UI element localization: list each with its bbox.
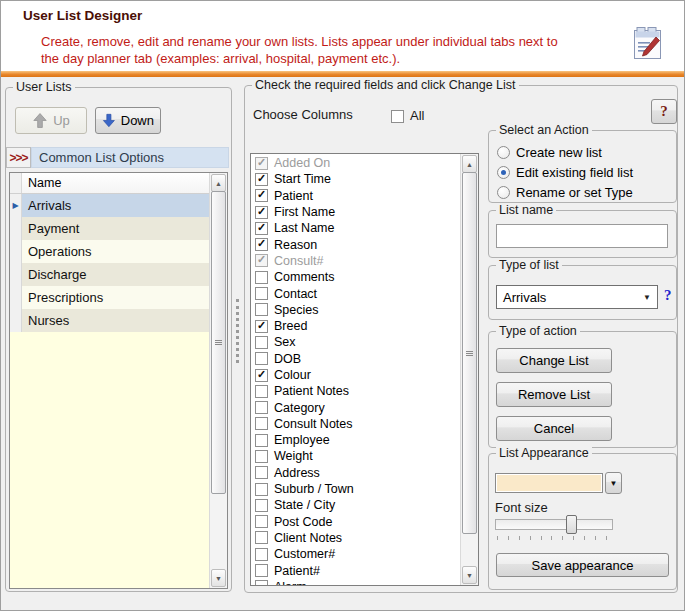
type-of-list-help[interactable]: ? (664, 287, 672, 304)
column-item[interactable]: Start Time (251, 171, 461, 187)
action-radio-option[interactable]: Rename or set Type (489, 182, 676, 202)
column-item[interactable]: Customer# (251, 546, 461, 562)
panel-splitter[interactable] (236, 299, 239, 363)
column-item[interactable]: Contact (251, 285, 461, 301)
type-of-list-select[interactable]: Arrivals ▼ (496, 285, 658, 309)
table-row[interactable]: Operations (10, 240, 210, 263)
color-dropdown-button[interactable]: ▼ (605, 472, 622, 494)
column-checkbox[interactable] (255, 580, 268, 586)
column-item[interactable]: Breed (251, 318, 461, 334)
font-size-slider-thumb[interactable] (566, 515, 577, 534)
column-checkbox[interactable] (255, 369, 268, 382)
radio-icon[interactable] (497, 186, 510, 199)
column-item[interactable]: Consult# (251, 253, 461, 269)
action-radio-option[interactable]: Create new list (489, 142, 676, 162)
column-checkbox[interactable] (255, 238, 268, 251)
list-row-label: Nurses (22, 313, 69, 328)
column-label: Comments (274, 270, 334, 284)
common-options-expander[interactable]: >>> (6, 147, 31, 168)
table-row[interactable]: ▶Arrivals (10, 194, 210, 217)
column-item[interactable]: DOB (251, 351, 461, 367)
column-checkbox[interactable] (255, 450, 268, 463)
column-item[interactable]: Post Code (251, 514, 461, 530)
table-row[interactable]: Prescriptions (10, 286, 210, 309)
column-checkbox[interactable] (255, 483, 268, 496)
column-checkbox[interactable] (255, 531, 268, 544)
column-checkbox[interactable] (255, 173, 268, 186)
radio-icon[interactable] (497, 146, 510, 159)
column-item[interactable]: Colour (251, 367, 461, 383)
all-checkbox[interactable] (391, 110, 404, 123)
column-checkbox[interactable] (255, 385, 268, 398)
radio-icon[interactable] (497, 166, 510, 179)
column-checkbox[interactable] (255, 320, 268, 333)
column-item[interactable]: Patient (251, 188, 461, 204)
column-item[interactable]: Client Notes (251, 530, 461, 546)
list-name-input[interactable] (496, 224, 668, 248)
table-row[interactable]: Payment (10, 217, 210, 240)
column-checkbox[interactable] (255, 206, 268, 219)
move-up-button[interactable]: Up (15, 107, 87, 134)
column-item[interactable]: Last Name (251, 220, 461, 236)
header-description: Create, remove, edit and rename your own… (41, 34, 626, 67)
column-item[interactable]: Alarm (251, 579, 461, 586)
column-item[interactable]: Weight (251, 448, 461, 464)
column-item[interactable]: State / City (251, 497, 461, 513)
tick-mark (595, 536, 596, 540)
table-row[interactable]: Nurses (10, 309, 210, 332)
column-checkbox[interactable] (255, 303, 268, 316)
column-item[interactable]: Patient Notes (251, 383, 461, 399)
column-item[interactable]: Comments (251, 269, 461, 285)
font-size-slider[interactable] (495, 519, 613, 530)
scroll-up-icon[interactable]: ▲ (211, 174, 226, 192)
common-list-options-bar[interactable]: Common List Options (31, 147, 229, 168)
move-down-button[interactable]: Down (95, 107, 161, 134)
change-list-button[interactable]: Change List (496, 348, 612, 373)
column-checkbox[interactable] (255, 336, 268, 349)
column-item[interactable]: Address (251, 465, 461, 481)
column-item[interactable]: Reason (251, 236, 461, 252)
scrollbar-thumb[interactable] (211, 191, 226, 494)
color-swatch[interactable] (495, 473, 603, 493)
scrollbar-thumb[interactable] (462, 172, 477, 534)
column-checkbox[interactable] (255, 564, 268, 577)
scroll-down-icon[interactable]: ▼ (211, 569, 226, 587)
column-item[interactable]: First Name (251, 204, 461, 220)
save-appearance-button[interactable]: Save appearance (496, 553, 669, 577)
column-checkbox[interactable] (255, 466, 268, 479)
cancel-button[interactable]: Cancel (496, 416, 612, 441)
column-item[interactable]: Employee (251, 432, 461, 448)
column-checkbox[interactable] (255, 548, 268, 561)
column-item[interactable]: Suburb / Town (251, 481, 461, 497)
column-checkbox[interactable] (255, 401, 268, 414)
remove-list-button[interactable]: Remove List (496, 382, 612, 407)
column-checkbox[interactable] (255, 287, 268, 300)
table-row[interactable]: Discharge (10, 263, 210, 286)
help-button[interactable]: ? (651, 99, 677, 124)
column-item[interactable]: Sex (251, 334, 461, 350)
column-item[interactable]: Species (251, 302, 461, 318)
thumb-grip-icon (466, 351, 473, 356)
column-item[interactable]: Consult Notes (251, 416, 461, 432)
column-item[interactable]: Category (251, 399, 461, 415)
columns-scrollbar[interactable]: ▲ ▼ (460, 154, 478, 585)
column-checkbox[interactable] (255, 271, 268, 284)
scroll-down-icon[interactable]: ▼ (462, 566, 477, 584)
column-checkbox[interactable] (255, 434, 268, 447)
column-checkbox[interactable] (255, 499, 268, 512)
radio-label: Edit existing field list (516, 165, 633, 180)
user-lists-scrollbar[interactable]: ▲ ▼ (209, 173, 227, 588)
column-item[interactable]: Added On (251, 155, 461, 171)
grid-header-gutter (10, 173, 22, 193)
column-checkbox[interactable] (255, 515, 268, 528)
column-item[interactable]: Patient# (251, 562, 461, 578)
type-of-list-group: Type of list Arrivals ▼ ? (488, 265, 677, 320)
column-checkbox[interactable] (255, 189, 268, 202)
scroll-up-icon[interactable]: ▲ (462, 155, 477, 173)
action-radio-option[interactable]: Edit existing field list (489, 162, 676, 182)
column-checkbox[interactable] (255, 417, 268, 430)
tick-mark (530, 536, 531, 540)
column-checkbox[interactable] (255, 352, 268, 365)
list-row-label: Payment (22, 221, 79, 236)
column-checkbox[interactable] (255, 222, 268, 235)
